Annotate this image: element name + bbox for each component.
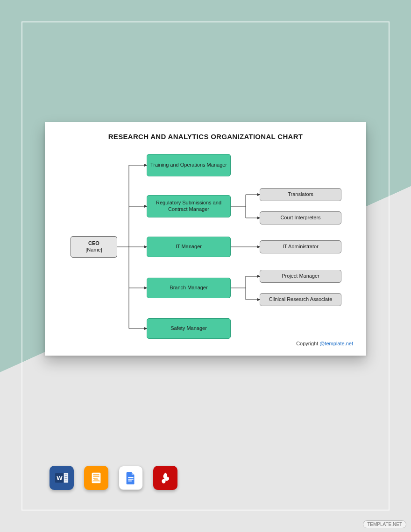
org-node-manager-it: IT Manager	[147, 237, 231, 257]
copyright-prefix: Copyright	[296, 341, 319, 346]
org-node-translators: Translators	[260, 188, 341, 201]
format-icons-row: W	[50, 466, 177, 490]
svg-rect-29	[128, 481, 132, 482]
svg-rect-18	[64, 473, 68, 483]
org-node-ceo: CEO [Name]	[71, 236, 117, 258]
org-node-manager-safety: Safety Manager	[147, 318, 231, 339]
pages-icon[interactable]	[84, 466, 108, 490]
copyright-line: Copyright @template.net	[296, 341, 353, 346]
google-docs-icon[interactable]	[119, 466, 143, 490]
svg-rect-25	[93, 476, 99, 477]
ceo-role: CEO	[88, 240, 99, 247]
org-node-project-manager: Project Manager	[260, 270, 341, 283]
ceo-name-placeholder: [Name]	[85, 247, 102, 253]
org-node-manager-training-ops: Training and Operations Manager	[147, 154, 231, 176]
svg-rect-28	[128, 479, 133, 480]
watermark-badge: TEMPLATE.NET	[363, 520, 406, 528]
org-node-it-administrator: IT Administrator	[260, 240, 341, 253]
org-node-court-interpreters: Court Interpreters	[260, 211, 341, 224]
org-node-manager-branch: Branch Manager	[147, 278, 231, 298]
stage: RESEARCH AND ANALYTICS ORGANIZATIONAL CH…	[0, 0, 411, 532]
org-node-clinical-research: Clinical Research Associate	[260, 293, 341, 306]
copyright-link[interactable]: @template.net	[319, 341, 353, 346]
svg-rect-24	[93, 475, 99, 476]
pdf-icon[interactable]	[153, 466, 177, 490]
document-card: RESEARCH AND ANALYTICS ORGANIZATIONAL CH…	[45, 122, 366, 356]
org-node-manager-regulatory: Regulatory Submissions and Contract Mana…	[147, 195, 231, 217]
svg-text:W: W	[57, 475, 63, 482]
word-icon[interactable]: W	[50, 466, 74, 490]
svg-rect-27	[128, 477, 133, 478]
